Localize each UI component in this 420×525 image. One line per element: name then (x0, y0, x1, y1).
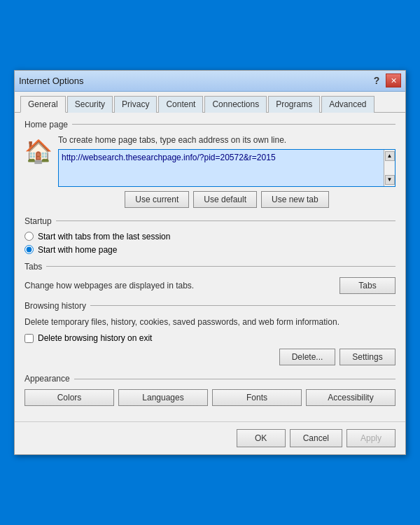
home-page-right: To create home page tabs, type each addr… (58, 135, 396, 208)
delete-history-checkbox[interactable] (24, 334, 34, 343)
use-new-tab-button[interactable]: Use new tab (261, 191, 329, 208)
delete-settings-row: Delete... Settings (24, 349, 396, 365)
tab-advanced[interactable]: Advanced (321, 96, 374, 113)
appearance-row: Colors Languages Fonts Accessibility (24, 389, 396, 406)
startup-option1-row: Start with tabs from the last session (24, 232, 396, 241)
home-page-section: Home page 🏠 To create home page tabs, ty… (24, 120, 396, 208)
url-textarea[interactable]: http://websearch.thesearchpage.info/?pid… (59, 150, 384, 186)
browsing-history-section: Browsing history Delete temporary files,… (24, 301, 396, 366)
colors-button[interactable]: Colors (24, 389, 114, 406)
tabs-section: Tabs Change how webpages are displayed i… (24, 262, 396, 294)
delete-button[interactable]: Delete... (279, 349, 335, 365)
tab-content[interactable]: Content (158, 96, 203, 113)
startup-option2-radio[interactable] (24, 245, 34, 254)
startup-option2-row: Start with home page (24, 245, 396, 255)
dialog-title: Internet Options (19, 76, 84, 86)
delete-history-checkbox-row: Delete browsing history on exit (24, 333, 396, 343)
help-button[interactable]: ? (369, 74, 384, 88)
browsing-history-title: Browsing history (24, 301, 396, 311)
appearance-section: Appearance Colors Languages Fonts Access… (24, 374, 396, 406)
languages-button[interactable]: Languages (118, 389, 208, 406)
settings-button[interactable]: Settings (340, 349, 396, 365)
internet-options-dialog: Internet Options ? ✕ General Security Pr… (14, 70, 406, 456)
home-page-title: Home page (24, 120, 396, 130)
home-page-btn-row: Use current Use default Use new tab (58, 191, 396, 208)
tabs-desc: Change how webpages are displayed in tab… (24, 281, 194, 290)
tabs-button[interactable]: Tabs (340, 277, 396, 294)
apply-button[interactable]: Apply (346, 429, 396, 447)
cancel-button[interactable]: Cancel (290, 429, 342, 447)
use-current-button[interactable]: Use current (125, 191, 189, 208)
browsing-history-desc: Delete temporary files, history, cookies… (24, 316, 396, 328)
delete-history-label: Delete browsing history on exit (38, 333, 152, 343)
tab-privacy[interactable]: Privacy (114, 96, 157, 113)
startup-option1-label: Start with tabs from the last session (38, 232, 170, 241)
use-default-button[interactable]: Use default (193, 191, 257, 208)
title-bar-left: Internet Options (19, 76, 84, 86)
ok-button[interactable]: OK (237, 429, 286, 447)
tab-security[interactable]: Security (67, 96, 113, 113)
title-bar: Internet Options ? ✕ (15, 71, 405, 92)
tabs-section-title: Tabs (24, 262, 396, 272)
home-page-desc: To create home page tabs, type each addr… (58, 135, 396, 145)
close-button[interactable]: ✕ (386, 74, 401, 88)
url-box-wrapper: http://websearch.thesearchpage.info/?pid… (58, 149, 396, 187)
url-scrollbar: ▲ ▼ (384, 150, 395, 186)
startup-option1-radio[interactable] (24, 232, 34, 241)
dialog-footer: OK Cancel Apply (15, 421, 405, 454)
fonts-button[interactable]: Fonts (212, 389, 302, 406)
tabs-bar: General Security Privacy Content Connect… (15, 92, 405, 113)
startup-option2-label: Start with home page (38, 245, 117, 255)
house-icon: 🏠 (24, 138, 52, 164)
startup-title: Startup (24, 216, 396, 226)
scroll-up-btn[interactable]: ▲ (385, 151, 395, 161)
startup-section: Startup Start with tabs from the last se… (24, 216, 396, 255)
home-page-row: 🏠 To create home page tabs, type each ad… (24, 135, 396, 208)
dialog-content: Home page 🏠 To create home page tabs, ty… (15, 113, 405, 422)
tab-programs[interactable]: Programs (268, 96, 320, 113)
title-controls: ? ✕ (369, 74, 401, 88)
accessibility-button[interactable]: Accessibility (306, 389, 396, 406)
tabs-row: Change how webpages are displayed in tab… (24, 277, 396, 294)
scroll-down-btn[interactable]: ▼ (385, 175, 395, 185)
tab-connections[interactable]: Connections (204, 96, 267, 113)
appearance-title: Appearance (24, 374, 396, 384)
tab-general[interactable]: General (20, 96, 66, 113)
